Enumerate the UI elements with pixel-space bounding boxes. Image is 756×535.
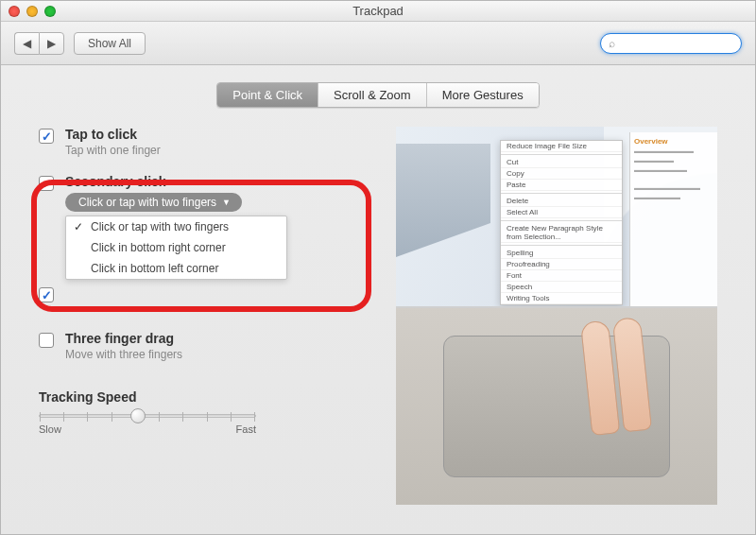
show-all-button[interactable]: Show All — [74, 32, 146, 55]
menu-item-bottom-left[interactable]: Click in bottom left corner — [66, 258, 286, 279]
check-icon: ✓ — [74, 220, 85, 233]
option-title: Tap to click — [65, 127, 161, 142]
tab-point-and-click[interactable]: Point & Click — [217, 83, 318, 107]
option-title: Three finger drag — [65, 331, 182, 346]
tab-bar: Point & Click Scroll & Zoom More Gesture… — [1, 82, 755, 108]
option-title: Secondary click — [65, 174, 287, 189]
context-menu-item: Delete — [501, 196, 622, 207]
context-menu-item: Speech — [501, 282, 622, 293]
fingers-illustration — [580, 317, 652, 436]
context-menu-item: Proofreading — [501, 259, 622, 270]
context-menu-item: Font — [501, 270, 622, 282]
options-panel: Tap to click Tap with one finger Seconda… — [39, 127, 379, 505]
tab-more-gestures[interactable]: More Gestures — [427, 83, 539, 107]
context-menu-item: Writing Tools — [501, 293, 622, 304]
titlebar: Trackpad — [1, 1, 755, 22]
search-field[interactable]: ⌕ — [600, 33, 742, 54]
context-menu-item: Paste — [501, 180, 622, 191]
tracking-speed-label: Tracking Speed — [39, 389, 379, 405]
preferences-window: Trackpad ◀ ▶ Show All ⌕ Point & Click Sc… — [0, 0, 756, 535]
window-title: Trackpad — [1, 4, 755, 18]
context-menu-item: Create New Paragraph Style from Selectio… — [501, 223, 622, 243]
option-partial-visible — [39, 285, 379, 302]
nav-buttons: ◀ ▶ — [14, 32, 64, 55]
preview-context-menu: Reduce Image File Size Cut Copy Paste De… — [500, 140, 623, 305]
option-secondary-click: Secondary click Click or tap with two fi… — [39, 174, 379, 280]
menu-item-label: Click in bottom left corner — [91, 262, 218, 275]
option-tap-to-click: Tap to click Tap with one finger — [39, 127, 379, 157]
tab-scroll-and-zoom[interactable]: Scroll & Zoom — [318, 83, 427, 107]
tab-label: Point & Click — [232, 88, 302, 102]
trackpad-illustration — [443, 336, 670, 477]
option-subtitle: Move with three fingers — [65, 348, 182, 361]
menu-item-label: Click in bottom right corner — [91, 241, 226, 254]
preview-side-panel: Overview ▬▬▬▬▬▬▬▬▬▬▬▬▬▬▬▬▬▬▬▬▬▬▬▬▬▬▬▬▬▬▬… — [629, 132, 717, 306]
option-subtitle: Tap with one finger — [65, 144, 161, 157]
context-menu-item: Reduce Image File Size — [501, 141, 622, 152]
checkbox-three-finger-drag[interactable] — [39, 333, 54, 348]
chevron-left-icon: ◀ — [23, 37, 31, 50]
context-menu-item: Cut — [501, 157, 622, 168]
search-input[interactable] — [619, 37, 733, 50]
checkbox-tap-to-click[interactable] — [39, 129, 54, 144]
slider-max-label: Fast — [236, 423, 256, 435]
context-menu-item: Select All — [501, 207, 622, 218]
tab-label: More Gestures — [442, 88, 524, 102]
forward-button[interactable]: ▶ — [39, 32, 64, 55]
slider-min-label: Slow — [39, 423, 61, 435]
chevron-down-icon: ▼ — [222, 198, 231, 207]
tracking-speed-slider[interactable] — [39, 414, 256, 418]
menu-item-bottom-right[interactable]: Click in bottom right corner — [66, 237, 286, 258]
gesture-preview: Reduce Image File Size Cut Copy Paste De… — [396, 127, 717, 505]
dropdown-selected-label: Click or tap with two fingers — [78, 196, 216, 209]
preview-background-image — [396, 144, 490, 257]
side-panel-heading: Overview — [634, 137, 668, 146]
context-menu-item: Spelling — [501, 248, 622, 259]
back-button[interactable]: ◀ — [14, 32, 39, 55]
preview-trackpad — [396, 308, 717, 505]
secondary-click-dropdown[interactable]: Click or tap with two fingers ▼ — [65, 193, 242, 212]
menu-item-two-fingers[interactable]: ✓ Click or tap with two fingers — [66, 216, 286, 237]
search-icon: ⌕ — [609, 37, 615, 50]
content-area: Tap to click Tap with one finger Seconda… — [1, 108, 755, 514]
option-three-finger-drag: Three finger drag Move with three finger… — [39, 331, 379, 361]
context-menu-item: Copy — [501, 168, 622, 180]
tab-label: Scroll & Zoom — [334, 88, 411, 102]
toolbar: ◀ ▶ Show All ⌕ — [1, 22, 755, 65]
preview-desktop: Reduce Image File Size Cut Copy Paste De… — [396, 127, 717, 306]
checkbox-secondary-click[interactable] — [39, 176, 54, 191]
menu-item-label: Click or tap with two fingers — [91, 220, 229, 233]
slider-knob[interactable] — [130, 408, 146, 423]
checkbox-partial[interactable] — [39, 287, 54, 302]
secondary-click-menu: ✓ Click or tap with two fingers Click in… — [65, 216, 287, 280]
chevron-right-icon: ▶ — [47, 37, 56, 50]
tracking-speed-section: Tracking Speed Slow Fast — [39, 389, 379, 435]
show-all-label: Show All — [88, 37, 131, 50]
